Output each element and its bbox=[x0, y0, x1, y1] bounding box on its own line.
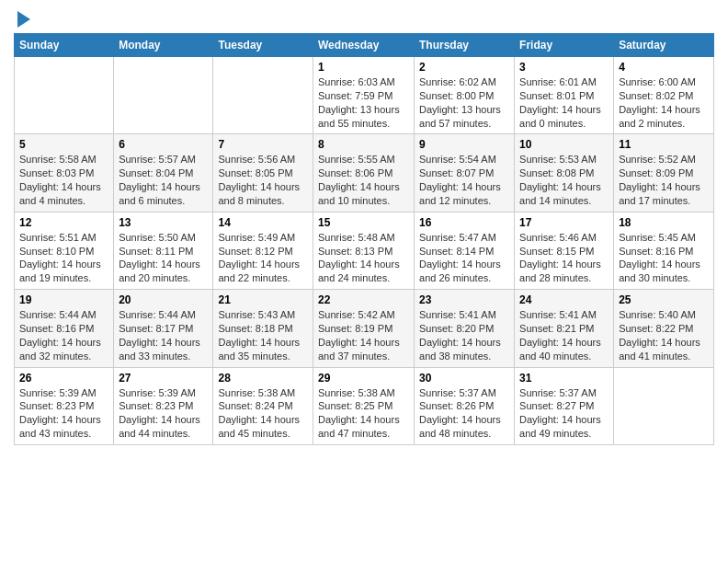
calendar-cell: 21Sunrise: 5:43 AMSunset: 8:18 PMDayligh… bbox=[213, 290, 313, 367]
day-info: Sunrise: 5:46 AMSunset: 8:15 PMDaylight:… bbox=[519, 231, 609, 285]
day-number: 17 bbox=[519, 216, 609, 229]
day-info: Sunrise: 5:55 AMSunset: 8:06 PMDaylight:… bbox=[318, 153, 409, 207]
day-info: Sunrise: 5:56 AMSunset: 8:05 PMDaylight:… bbox=[218, 153, 308, 207]
day-number: 27 bbox=[119, 372, 208, 385]
day-info: Sunrise: 5:51 AMSunset: 8:10 PMDaylight:… bbox=[19, 231, 108, 285]
calendar-cell: 24Sunrise: 5:41 AMSunset: 8:21 PMDayligh… bbox=[515, 290, 614, 367]
day-number: 19 bbox=[19, 293, 108, 306]
day-number: 21 bbox=[218, 293, 308, 306]
calendar-cell: 14Sunrise: 5:49 AMSunset: 8:12 PMDayligh… bbox=[213, 212, 313, 289]
day-info: Sunrise: 5:38 AMSunset: 8:24 PMDaylight:… bbox=[218, 386, 308, 441]
calendar-cell: 6Sunrise: 5:57 AMSunset: 8:04 PMDaylight… bbox=[114, 134, 213, 212]
calendar-cell: 12Sunrise: 5:51 AMSunset: 8:10 PMDayligh… bbox=[15, 212, 114, 289]
day-number: 2 bbox=[419, 61, 509, 74]
day-number: 9 bbox=[419, 138, 509, 151]
calendar-cell: 13Sunrise: 5:50 AMSunset: 8:11 PMDayligh… bbox=[114, 212, 213, 289]
day-info: Sunrise: 5:54 AMSunset: 8:07 PMDaylight:… bbox=[419, 153, 509, 207]
calendar-header-tuesday: Tuesday bbox=[213, 34, 313, 57]
day-info: Sunrise: 5:42 AMSunset: 8:19 PMDaylight:… bbox=[318, 308, 409, 362]
calendar-cell: 4Sunrise: 6:00 AMSunset: 8:02 PMDaylight… bbox=[614, 57, 714, 134]
calendar-cell: 10Sunrise: 5:53 AMSunset: 8:08 PMDayligh… bbox=[515, 134, 614, 212]
day-number: 20 bbox=[119, 293, 208, 306]
calendar-cell: 30Sunrise: 5:37 AMSunset: 8:26 PMDayligh… bbox=[415, 367, 515, 444]
day-number: 16 bbox=[419, 216, 509, 229]
calendar-cell bbox=[614, 367, 714, 444]
day-number: 8 bbox=[318, 138, 409, 151]
calendar-table: SundayMondayTuesdayWednesdayThursdayFrid… bbox=[14, 33, 714, 445]
calendar-cell: 19Sunrise: 5:44 AMSunset: 8:16 PMDayligh… bbox=[15, 290, 114, 367]
calendar-cell: 26Sunrise: 5:39 AMSunset: 8:23 PMDayligh… bbox=[15, 367, 114, 444]
day-number: 3 bbox=[519, 61, 609, 74]
day-info: Sunrise: 5:43 AMSunset: 8:18 PMDaylight:… bbox=[218, 308, 308, 362]
calendar-week-row: 19Sunrise: 5:44 AMSunset: 8:16 PMDayligh… bbox=[15, 290, 714, 367]
calendar-header-row: SundayMondayTuesdayWednesdayThursdayFrid… bbox=[15, 34, 714, 57]
day-number: 7 bbox=[218, 138, 308, 151]
day-number: 13 bbox=[119, 216, 208, 229]
calendar-cell: 1Sunrise: 6:03 AMSunset: 7:59 PMDaylight… bbox=[313, 57, 414, 134]
day-number: 25 bbox=[619, 293, 709, 306]
day-info: Sunrise: 5:44 AMSunset: 8:16 PMDaylight:… bbox=[19, 308, 108, 362]
day-info: Sunrise: 5:37 AMSunset: 8:27 PMDaylight:… bbox=[519, 386, 609, 441]
day-info: Sunrise: 5:40 AMSunset: 8:22 PMDaylight:… bbox=[619, 308, 709, 362]
day-info: Sunrise: 5:37 AMSunset: 8:26 PMDaylight:… bbox=[419, 386, 509, 441]
calendar-cell: 3Sunrise: 6:01 AMSunset: 8:01 PMDaylight… bbox=[515, 57, 614, 134]
calendar-cell bbox=[213, 57, 313, 134]
day-info: Sunrise: 5:57 AMSunset: 8:04 PMDaylight:… bbox=[119, 153, 208, 207]
calendar-cell: 8Sunrise: 5:55 AMSunset: 8:06 PMDaylight… bbox=[313, 134, 414, 212]
calendar-header-saturday: Saturday bbox=[614, 34, 714, 57]
day-number: 29 bbox=[318, 372, 409, 385]
calendar-cell: 31Sunrise: 5:37 AMSunset: 8:27 PMDayligh… bbox=[515, 367, 614, 444]
calendar-cell bbox=[114, 57, 213, 134]
day-number: 26 bbox=[19, 372, 108, 385]
day-info: Sunrise: 5:50 AMSunset: 8:11 PMDaylight:… bbox=[119, 231, 208, 285]
day-info: Sunrise: 5:58 AMSunset: 8:03 PMDaylight:… bbox=[19, 153, 108, 207]
calendar-cell bbox=[15, 57, 114, 134]
calendar-header-wednesday: Wednesday bbox=[313, 34, 414, 57]
day-number: 14 bbox=[218, 216, 308, 229]
calendar-cell: 2Sunrise: 6:02 AMSunset: 8:00 PMDaylight… bbox=[415, 57, 515, 134]
calendar-week-row: 26Sunrise: 5:39 AMSunset: 8:23 PMDayligh… bbox=[15, 367, 714, 444]
page-header bbox=[14, 9, 714, 28]
calendar-cell: 25Sunrise: 5:40 AMSunset: 8:22 PMDayligh… bbox=[614, 290, 714, 367]
calendar-cell: 11Sunrise: 5:52 AMSunset: 8:09 PMDayligh… bbox=[614, 134, 714, 212]
calendar-cell: 23Sunrise: 5:41 AMSunset: 8:20 PMDayligh… bbox=[415, 290, 515, 367]
day-info: Sunrise: 5:53 AMSunset: 8:08 PMDaylight:… bbox=[519, 153, 609, 207]
day-number: 31 bbox=[519, 372, 609, 385]
calendar-cell: 27Sunrise: 5:39 AMSunset: 8:23 PMDayligh… bbox=[114, 367, 213, 444]
calendar-cell: 18Sunrise: 5:45 AMSunset: 8:16 PMDayligh… bbox=[614, 212, 714, 289]
day-info: Sunrise: 6:03 AMSunset: 7:59 PMDaylight:… bbox=[318, 75, 409, 130]
day-info: Sunrise: 5:39 AMSunset: 8:23 PMDaylight:… bbox=[19, 386, 108, 441]
day-info: Sunrise: 5:49 AMSunset: 8:12 PMDaylight:… bbox=[218, 231, 308, 285]
day-info: Sunrise: 5:52 AMSunset: 8:09 PMDaylight:… bbox=[619, 153, 709, 207]
calendar-header-monday: Monday bbox=[114, 34, 213, 57]
calendar-cell: 28Sunrise: 5:38 AMSunset: 8:24 PMDayligh… bbox=[213, 367, 313, 444]
logo bbox=[14, 9, 30, 28]
logo-arrow-icon bbox=[17, 11, 30, 28]
day-info: Sunrise: 5:41 AMSunset: 8:21 PMDaylight:… bbox=[519, 308, 609, 362]
calendar-week-row: 12Sunrise: 5:51 AMSunset: 8:10 PMDayligh… bbox=[15, 212, 714, 289]
calendar-cell: 29Sunrise: 5:38 AMSunset: 8:25 PMDayligh… bbox=[313, 367, 414, 444]
day-number: 11 bbox=[619, 138, 709, 151]
day-number: 12 bbox=[19, 216, 108, 229]
calendar-header-thursday: Thursday bbox=[415, 34, 515, 57]
day-info: Sunrise: 5:39 AMSunset: 8:23 PMDaylight:… bbox=[119, 386, 208, 441]
day-info: Sunrise: 6:02 AMSunset: 8:00 PMDaylight:… bbox=[419, 75, 509, 130]
day-number: 4 bbox=[619, 61, 709, 74]
day-info: Sunrise: 5:41 AMSunset: 8:20 PMDaylight:… bbox=[419, 308, 509, 362]
day-number: 28 bbox=[218, 372, 308, 385]
day-number: 5 bbox=[19, 138, 108, 151]
day-info: Sunrise: 5:45 AMSunset: 8:16 PMDaylight:… bbox=[619, 231, 709, 285]
day-number: 10 bbox=[519, 138, 609, 151]
day-info: Sunrise: 6:00 AMSunset: 8:02 PMDaylight:… bbox=[619, 75, 709, 130]
calendar-cell: 5Sunrise: 5:58 AMSunset: 8:03 PMDaylight… bbox=[15, 134, 114, 212]
day-number: 24 bbox=[519, 293, 609, 306]
calendar-cell: 15Sunrise: 5:48 AMSunset: 8:13 PMDayligh… bbox=[313, 212, 414, 289]
day-info: Sunrise: 5:48 AMSunset: 8:13 PMDaylight:… bbox=[318, 231, 409, 285]
day-info: Sunrise: 5:47 AMSunset: 8:14 PMDaylight:… bbox=[419, 231, 509, 285]
calendar-week-row: 1Sunrise: 6:03 AMSunset: 7:59 PMDaylight… bbox=[15, 57, 714, 134]
calendar-cell: 9Sunrise: 5:54 AMSunset: 8:07 PMDaylight… bbox=[415, 134, 515, 212]
calendar-week-row: 5Sunrise: 5:58 AMSunset: 8:03 PMDaylight… bbox=[15, 134, 714, 212]
calendar-cell: 17Sunrise: 5:46 AMSunset: 8:15 PMDayligh… bbox=[515, 212, 614, 289]
calendar-cell: 7Sunrise: 5:56 AMSunset: 8:05 PMDaylight… bbox=[213, 134, 313, 212]
day-info: Sunrise: 5:44 AMSunset: 8:17 PMDaylight:… bbox=[119, 308, 208, 362]
